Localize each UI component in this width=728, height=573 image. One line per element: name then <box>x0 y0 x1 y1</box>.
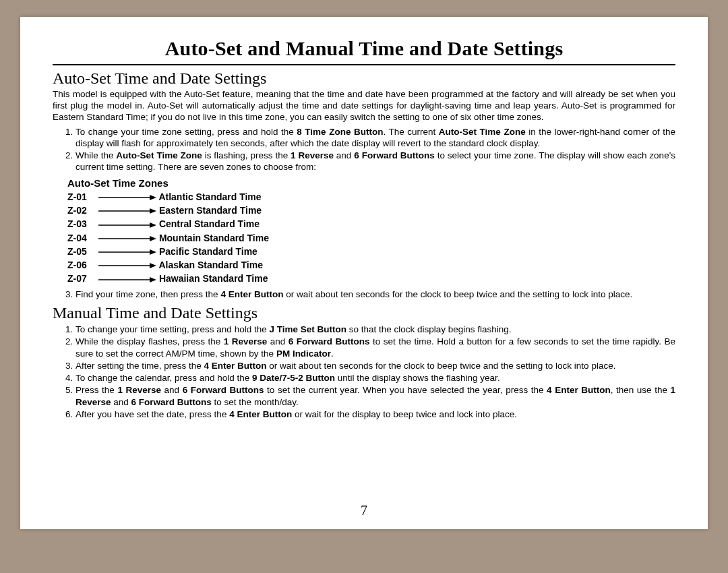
manual-step-1: To change your time setting, press and h… <box>75 324 675 335</box>
autoset-steps-cont: Find your time zone, then press the 4 En… <box>53 289 675 300</box>
zone-row: Z-03 Central Standard Time <box>67 217 675 231</box>
zone-row: Z-07 Hawaiian Standard Time <box>67 272 675 285</box>
arrow-icon <box>98 235 156 242</box>
manual-step-2: While the display flashes, press the 1 R… <box>75 336 675 359</box>
arrow-icon <box>98 222 156 229</box>
manual-step-4: To change the calendar, press and hold t… <box>75 372 675 384</box>
svg-marker-3 <box>150 208 156 214</box>
svg-marker-5 <box>150 222 156 228</box>
zone-row: Z-06 Alaskan Standard Time <box>67 258 675 272</box>
zone-name: Pacific Standard Time <box>159 246 257 257</box>
zone-code: Z-05 <box>67 245 98 258</box>
zone-name: Mountain Standard Time <box>159 233 269 243</box>
zone-code: Z-01 <box>67 190 98 204</box>
manual-step-5: Press the 1 Reverse and 6 Forward Button… <box>75 384 675 408</box>
manual-step-3: After setting the time, press the 4 Ente… <box>75 360 675 371</box>
zone-row: Z-04 Mountain Standard Time <box>67 231 675 245</box>
manual-steps: To change your time setting, press and h… <box>53 324 675 420</box>
zone-name: Central Standard Time <box>159 218 260 229</box>
arrow-icon <box>98 208 156 214</box>
svg-marker-9 <box>150 249 156 255</box>
zone-code: Z-04 <box>67 231 98 245</box>
svg-marker-7 <box>150 236 156 241</box>
autoset-step-1: To change your time zone setting, press … <box>75 126 675 150</box>
zones-list: Z-01 Atlantic Standard TimeZ-02 Eastern … <box>67 190 675 286</box>
zone-row: Z-02 Eastern Standard Time <box>67 204 675 217</box>
autoset-step-3: Find your time zone, then press the 4 En… <box>75 289 675 300</box>
page-title: Auto-Set and Manual Time and Date Settin… <box>53 37 675 65</box>
manual-step-6: After you have set the date, press the 4… <box>75 409 675 420</box>
zone-code: Z-03 <box>67 217 98 231</box>
zone-name: Eastern Standard Time <box>159 205 262 216</box>
page-number: 7 <box>20 503 708 518</box>
autoset-step-2: While the Auto-Set Time Zone is flashing… <box>75 150 675 173</box>
zone-code: Z-02 <box>67 204 98 217</box>
svg-marker-1 <box>150 195 156 200</box>
section-autoset-heading: Auto-Set Time and Date Settings <box>53 69 675 88</box>
zone-name: Alaskan Standard Time <box>158 260 263 270</box>
section-manual-heading: Manual Time and Date Settings <box>53 304 675 322</box>
svg-marker-13 <box>150 277 156 282</box>
zone-name: Hawaiian Standard Time <box>159 273 268 284</box>
autoset-steps: To change your time zone setting, press … <box>53 126 675 173</box>
zones-heading: Auto-Set Time Zones <box>67 177 675 189</box>
manual-page: Auto-Set and Manual Time and Date Settin… <box>20 17 708 529</box>
zone-row: Z-01 Atlantic Standard Time <box>67 190 675 204</box>
arrow-icon <box>98 262 156 269</box>
zone-name: Atlantic Standard Time <box>158 191 261 202</box>
svg-marker-11 <box>150 263 156 268</box>
autoset-intro: This model is equipped with the Auto-Set… <box>53 89 675 123</box>
zone-row: Z-05 Pacific Standard Time <box>67 245 675 258</box>
zone-code: Z-07 <box>67 272 98 285</box>
arrow-icon <box>98 276 156 283</box>
arrow-icon <box>98 249 156 255</box>
zone-code: Z-06 <box>67 258 98 272</box>
arrow-icon <box>98 194 156 201</box>
